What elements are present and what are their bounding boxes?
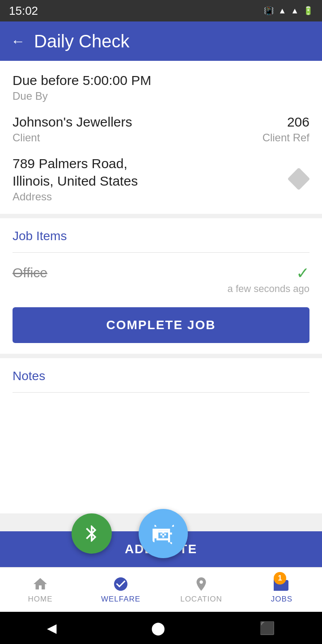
due-info-row: Due before 5:00:00 PM Due By: [13, 72, 309, 102]
nav-location-label: LOCATION: [180, 595, 222, 604]
job-item-name: Office: [13, 265, 228, 280]
svg-rect-0: [158, 531, 168, 533]
job-item-status: ✓ a few seconds ago: [228, 265, 309, 295]
jobs-badge: 1: [274, 572, 286, 585]
address-value: 789 Palmers Road,Illinois, United States: [13, 155, 138, 190]
home-icon: [32, 576, 48, 592]
client-ref-info: 206 Client Ref: [263, 113, 309, 144]
job-item-row: Office ✓ a few seconds ago: [13, 262, 309, 298]
bluetooth-fab[interactable]: [72, 513, 112, 554]
notes-divider: [13, 392, 309, 393]
client-ref-value: 206: [263, 113, 309, 131]
nav-jobs-label: JOBS: [271, 595, 292, 604]
recents-nav-button[interactable]: ⬛: [259, 621, 275, 636]
due-label: Due By: [13, 90, 309, 102]
client-ref-label: Client Ref: [263, 131, 309, 144]
nav-location[interactable]: LOCATION: [161, 568, 242, 612]
nav-home[interactable]: HOME: [0, 568, 80, 612]
diamond-icon: [288, 168, 310, 191]
bluetooth-icon: [82, 524, 102, 543]
job-items-title: Job Items: [13, 229, 309, 243]
time: 15:02: [9, 4, 38, 18]
scanner-icon: [152, 522, 175, 545]
nav-home-label: HOME: [28, 595, 53, 604]
battery-icon: 🔋: [303, 6, 313, 16]
back-button[interactable]: ←: [11, 33, 25, 50]
navigate-button[interactable]: [288, 168, 309, 190]
page-title: Daily Check: [34, 31, 129, 51]
back-nav-button[interactable]: ◀: [47, 621, 57, 636]
notes-card: Notes: [0, 358, 322, 513]
android-nav-bar: ◀ ⬤ ⬛: [0, 612, 322, 644]
item-timestamp: a few seconds ago: [228, 283, 309, 295]
signal-icon: ▲: [291, 6, 299, 16]
vibrate-icon: 📳: [264, 6, 274, 16]
scanner-fab[interactable]: [139, 509, 188, 558]
client-value: Johnson's Jewellers: [13, 113, 132, 131]
home-nav-button[interactable]: ⬤: [151, 621, 165, 636]
nav-welfare-label: WELFARE: [101, 595, 140, 604]
client-info-left: Johnson's Jewellers Client: [13, 113, 132, 144]
check-icon: ✓: [296, 265, 309, 281]
job-items-card: Job Items Office ✓ a few seconds ago COM…: [0, 218, 322, 354]
address-label: Address: [13, 191, 138, 203]
wifi-icon: ▲: [278, 6, 286, 16]
welfare-icon: [113, 576, 129, 592]
location-icon: [193, 576, 209, 592]
job-info-card: Due before 5:00:00 PM Due By Johnson's J…: [0, 61, 322, 214]
nav-jobs[interactable]: 1 JOBS: [242, 568, 322, 612]
divider: [13, 252, 309, 253]
notes-title: Notes: [13, 369, 309, 383]
status-icons: 📳 ▲ ▲ 🔋: [264, 6, 313, 16]
due-value: Due before 5:00:00 PM: [13, 72, 309, 89]
nav-welfare[interactable]: WELFARE: [80, 568, 161, 612]
complete-job-button[interactable]: COMPLETE JOB: [13, 307, 309, 343]
app-header: ← Daily Check: [0, 21, 322, 61]
client-label: Client: [13, 131, 132, 144]
content-area: Due before 5:00:00 PM Due By Johnson's J…: [0, 61, 322, 567]
fab-area: ADD NOTE: [0, 518, 322, 567]
address-info: 789 Palmers Road,Illinois, United States…: [13, 155, 138, 203]
bottom-nav: HOME WELFARE LOCATION 1 JOBS: [0, 567, 322, 612]
status-bar: 15:02 📳 ▲ ▲ 🔋: [0, 0, 322, 21]
address-row: 789 Palmers Road,Illinois, United States…: [13, 155, 309, 203]
client-info-row: Johnson's Jewellers Client 206 Client Re…: [13, 113, 309, 144]
